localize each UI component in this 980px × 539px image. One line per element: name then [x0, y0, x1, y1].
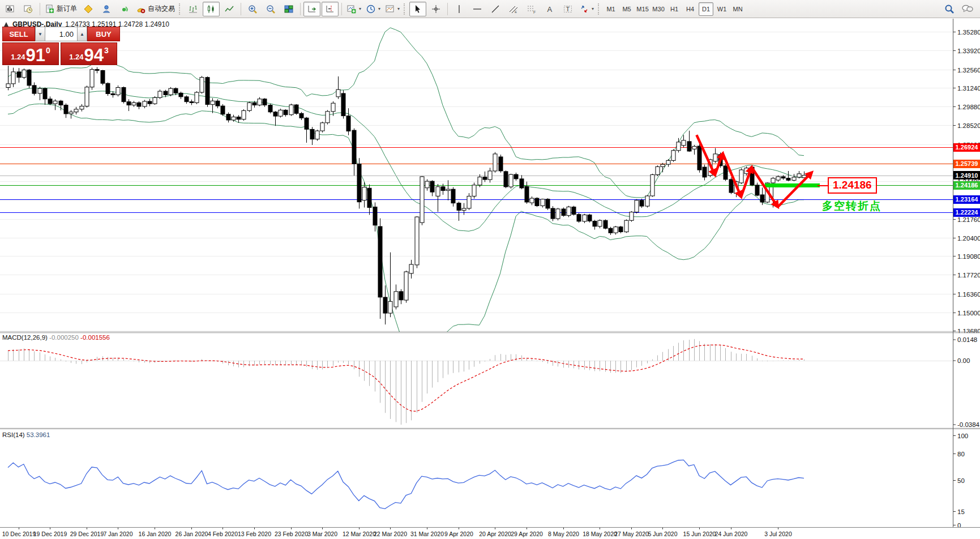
channel-button[interactable]: E — [505, 2, 522, 16]
pivot-annotation-text[interactable]: 多空转折点 — [822, 199, 881, 213]
dropdown-arrow-icon: ▾ — [592, 6, 594, 11]
profiles-button[interactable] — [20, 2, 37, 16]
candle — [583, 215, 587, 222]
new-order-button[interactable]: 新订单 — [43, 2, 79, 16]
candle — [258, 99, 262, 105]
new-chart-button[interactable] — [2, 2, 19, 16]
candle — [153, 97, 157, 104]
fibonacci-button[interactable]: F — [523, 2, 540, 16]
date-tick-label: 27 May 2020 — [614, 531, 649, 537]
autotrading-button[interactable]: 自动交易 — [134, 2, 177, 16]
expert-advisors-button[interactable] — [98, 2, 115, 16]
horizontal-line-button[interactable] — [469, 2, 486, 16]
volume-input[interactable]: 1.00 — [45, 27, 77, 41]
zoom-in-button[interactable] — [244, 2, 261, 16]
candle — [671, 151, 675, 161]
candle — [263, 99, 267, 105]
metaeditor-button[interactable] — [80, 2, 97, 16]
vertical-line-button[interactable] — [451, 2, 468, 16]
timeframe-m15[interactable]: M15 — [635, 2, 650, 16]
candle — [588, 215, 592, 221]
templates-button[interactable]: ▾ — [383, 2, 401, 16]
candle — [294, 105, 298, 113]
cursor-button[interactable] — [409, 2, 426, 16]
trade-panel-controls: SELL ▼ 1.00 ▲ BUY — [2, 27, 120, 41]
volume-down-button[interactable]: ▼ — [35, 27, 45, 41]
candle — [69, 112, 73, 114]
candle — [232, 117, 236, 120]
search-button[interactable] — [941, 2, 958, 16]
price-tick-label: 1.16360 — [957, 291, 980, 298]
trendline-button[interactable] — [487, 2, 504, 16]
date-tick-label: 8 May 2020 — [548, 531, 579, 537]
dropdown-arrow-icon: ▾ — [359, 6, 361, 11]
periods-button[interactable]: ▾ — [364, 2, 382, 16]
line-chart-button[interactable] — [221, 2, 238, 16]
candle — [226, 114, 230, 120]
candle — [237, 117, 241, 119]
bar-chart-button[interactable] — [185, 2, 202, 16]
candle — [666, 160, 670, 164]
toolbar-grip[interactable] — [404, 3, 407, 15]
toolbar-grip[interactable] — [598, 3, 601, 15]
candle — [436, 187, 440, 196]
candle — [200, 78, 204, 92]
vertical-line-icon — [454, 4, 464, 14]
tile-windows-button[interactable] — [280, 2, 297, 16]
new-order-label: 新订单 — [57, 4, 77, 14]
timeframe-m5[interactable]: M5 — [619, 2, 634, 16]
dropdown-arrow-icon: ▾ — [378, 6, 380, 11]
text-label-button[interactable]: T — [559, 2, 576, 16]
price-tick-label: 1.17720 — [957, 272, 980, 279]
timeframe-d1[interactable]: D1 — [699, 2, 713, 16]
text-button[interactable]: A — [541, 2, 558, 16]
chart-shift-button[interactable] — [322, 2, 339, 16]
candle — [43, 88, 47, 99]
rsi-line — [8, 460, 804, 508]
candle — [253, 102, 256, 105]
candle — [760, 195, 764, 202]
timeframe-m30[interactable]: M30 — [651, 2, 666, 16]
arrows-button[interactable]: ▾ — [577, 2, 596, 16]
timeframe-m1[interactable]: M1 — [604, 2, 618, 16]
candle — [22, 70, 26, 78]
candle — [346, 116, 350, 131]
chat-button[interactable] — [959, 2, 976, 16]
sell-price-tile[interactable]: 1.24910 — [2, 42, 59, 65]
buy-price-tile[interactable]: 1.24943 — [61, 42, 117, 65]
volume-up-button[interactable]: ▲ — [77, 27, 87, 41]
candle — [614, 227, 618, 233]
zoom-out-button[interactable] — [262, 2, 279, 16]
timeframe-w1[interactable]: W1 — [714, 2, 729, 16]
sell-price-sup: 0 — [46, 46, 50, 55]
sell-button[interactable]: SELL — [2, 27, 35, 41]
candle — [326, 112, 329, 123]
support-zone-bar[interactable] — [765, 183, 820, 187]
candle — [289, 105, 293, 115]
toolbar-grip[interactable] — [179, 3, 182, 15]
candle — [441, 187, 445, 191]
candle — [739, 170, 743, 183]
search-icon — [944, 3, 955, 15]
candle — [535, 198, 539, 206]
timeframe-h4[interactable]: H4 — [683, 2, 697, 16]
candlestick-chart-button[interactable] — [203, 2, 220, 16]
auto-scroll-button[interactable] — [303, 2, 320, 16]
new-chart-icon — [5, 4, 15, 14]
axes[interactable]: 1.352801.339201.325601.312401.298801.285… — [2, 29, 980, 538]
candle — [483, 177, 487, 179]
buy-button[interactable]: BUY — [87, 27, 120, 41]
candle — [310, 129, 314, 139]
timeframe-mn[interactable]: MN — [730, 2, 745, 16]
candle — [609, 228, 613, 233]
price-tick-label: 1.21760 — [957, 216, 980, 223]
date-tick-label: 7 Jan 2020 — [104, 531, 133, 537]
signals-button[interactable] — [116, 2, 133, 16]
indicators-button[interactable]: ▾ — [345, 2, 363, 16]
price-callout-box[interactable]: 1.24186 — [828, 177, 877, 194]
chart-canvas[interactable]: 1.352801.339201.325601.312401.298801.285… — [0, 0, 980, 539]
timeframe-h1[interactable]: H1 — [667, 2, 682, 16]
crosshair-button[interactable] — [427, 2, 444, 16]
date-tick-label: 12 Mar 2020 — [343, 531, 376, 537]
candle — [80, 106, 84, 109]
